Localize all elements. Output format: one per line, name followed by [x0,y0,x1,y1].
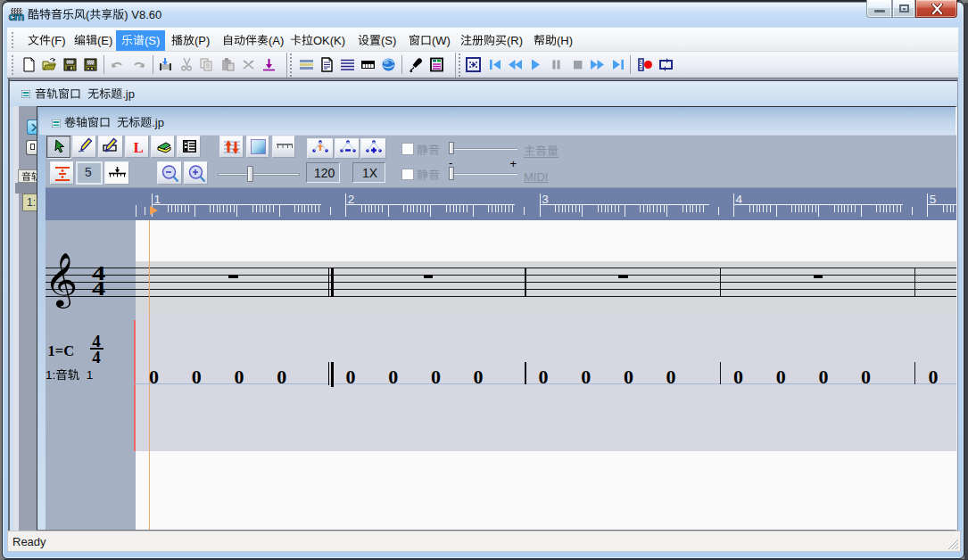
svg-text:cm: cm [9,10,24,22]
svg-text:(S): (S) [145,34,160,47]
svg-text:1:: 1: [46,368,55,382]
svg-text:): ) [124,8,128,21]
svg-text:(A): (A) [269,34,284,47]
svg-text:.jp: .jp [152,116,164,129]
svg-text:(S): (S) [381,34,396,47]
svg-text:(R): (R) [507,34,523,47]
svg-text:.jp: .jp [122,87,135,101]
svg-text:V8.60: V8.60 [131,8,161,21]
svg-text:OK(K): OK(K) [313,34,345,47]
svg-text:(P): (P) [194,34,210,47]
svg-text:(H): (H) [557,34,573,47]
svg-text:(W): (W) [432,34,451,47]
svg-text:(E): (E) [97,34,112,47]
svg-text:1: 1 [86,368,93,382]
svg-text:(: ( [86,8,90,21]
svg-text:(F): (F) [51,34,66,47]
